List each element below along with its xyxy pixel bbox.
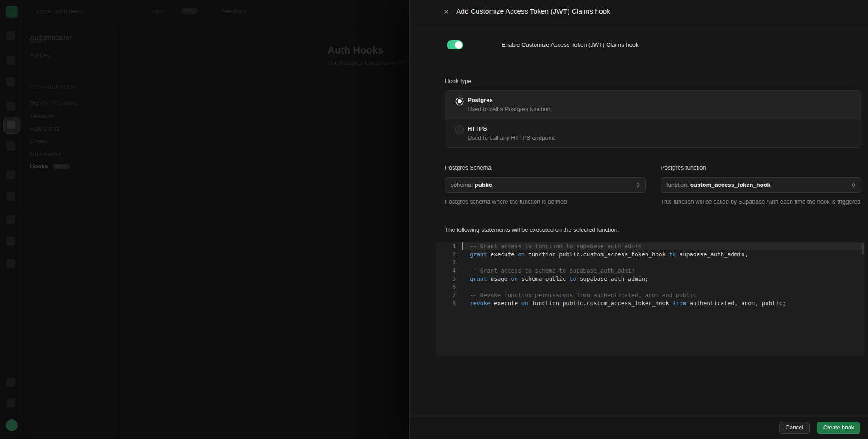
line-number: 4 [436, 267, 462, 275]
settings-icon[interactable] [6, 378, 15, 387]
code-line: 6 [436, 283, 865, 291]
line-content: grant usage on schema public to supabase… [462, 275, 865, 283]
line-content: grant execute on function public.custom_… [462, 250, 865, 259]
radio-option-desc: Used to call any HTTPS endpoint. [468, 134, 556, 141]
reports-icon[interactable] [6, 237, 15, 246]
schema-select[interactable]: schema: public [445, 177, 646, 193]
schema-select-value: public [475, 181, 492, 188]
panel-footer: Cancel Create hook [410, 416, 868, 439]
enable-hook-toggle[interactable] [447, 40, 463, 49]
function-helper-text: This function will be called by Supabase… [661, 198, 861, 205]
table-editor-icon[interactable] [6, 56, 15, 65]
app-root: acme / auth-demo main Free Feedback Auth… [0, 0, 868, 439]
code-line: 5grant usage on schema public to supabas… [436, 275, 865, 283]
function-select-prefix: function: [666, 181, 690, 188]
beta-badge: BETA [53, 164, 70, 169]
home-icon[interactable] [6, 31, 15, 40]
radio-option-name: HTTPS [468, 125, 487, 132]
line-number: 2 [436, 250, 462, 259]
project-breadcrumb[interactable]: acme / auth-demo [36, 8, 84, 15]
database-icon[interactable] [6, 102, 15, 111]
code-line: 4-- Grant access to schema to supabase_a… [436, 267, 865, 275]
schema-select-prefix: schema: [451, 181, 475, 188]
sidebar-item-emails[interactable]: Emails [30, 138, 48, 145]
sql-preview-editor[interactable]: 1-- Grant access to function to supabase… [436, 242, 865, 356]
shield-icon [7, 121, 15, 129]
line-number: 1 [436, 242, 462, 250]
radio-option-desc: Used to call a Postgres function. [468, 106, 552, 112]
sidebar-item-rate-limits[interactable]: Rate Limits [30, 125, 59, 132]
panel-header: ✕ Add Customize Access Token (JWT) Claim… [410, 0, 868, 24]
schema-helper-text: Postgres schema where the function is de… [445, 198, 646, 205]
cancel-button[interactable]: Cancel [779, 422, 810, 434]
panel-title: Add Customize Access Token (JWT) Claims … [456, 7, 610, 15]
storage-icon[interactable] [6, 141, 15, 151]
radio-selected-icon [458, 99, 462, 103]
radio-option-name: Postgres [468, 97, 493, 103]
page-title: Auth Hooks [328, 44, 383, 56]
radio-unselected-icon [458, 128, 462, 132]
sidebar-item-multi-factor[interactable]: Multi-Factor [30, 151, 61, 157]
line-number: 3 [436, 259, 462, 267]
line-content: -- Grant access to schema to supabase_au… [462, 267, 865, 275]
feedback-button[interactable]: Feedback [221, 8, 247, 15]
schema-field-label: Postgres Schema [445, 164, 492, 171]
statements-label: The following statements will be execute… [445, 226, 619, 233]
hook-type-label: Hook type [445, 78, 472, 84]
line-content: -- Grant access to function to supabase_… [462, 242, 865, 250]
radio-option-postgres[interactable]: Postgres Used to call a Postgres functio… [445, 91, 861, 119]
code-line: 2grant execute on function public.custom… [436, 250, 865, 259]
hook-type-radio-group: Postgres Used to call a Postgres functio… [445, 90, 861, 148]
advisors-icon[interactable] [6, 215, 15, 224]
code-line: 8revoke execute on function public.custo… [436, 299, 865, 307]
function-select-value: custom_access_token_hook [690, 181, 771, 188]
sidebar-item-users[interactable]: Users [30, 37, 45, 44]
add-hook-panel: ✕ Add Customize Access Token (JWT) Claim… [409, 0, 868, 439]
primary-icon-rail [0, 0, 22, 439]
editor-scrollbar-thumb[interactable] [862, 243, 864, 255]
edge-functions-icon[interactable] [6, 170, 15, 179]
sql-editor-icon[interactable] [6, 77, 15, 86]
line-content: -- Revoke function permissions from auth… [462, 291, 865, 299]
line-content [462, 283, 865, 291]
sidebar-item-sign-in-providers[interactable]: Sign In / Providers [30, 99, 78, 106]
authentication-icon[interactable] [3, 117, 20, 134]
enable-hook-label: Enable Customize Access Token (JWT) Clai… [502, 41, 638, 48]
sidebar-item-sessions[interactable]: Sessions [30, 112, 54, 119]
sidebar-section-configuration: CONFIGURATION [30, 84, 77, 90]
sidebar-item-hooks[interactable]: HooksBETA [30, 163, 70, 170]
toggle-knob [455, 41, 462, 49]
line-content [462, 259, 865, 267]
plan-badge: Free [181, 8, 198, 14]
line-number: 8 [436, 299, 462, 307]
user-avatar[interactable] [6, 419, 18, 431]
sidebar-item-policies[interactable]: Policies [30, 52, 50, 59]
line-number: 5 [436, 275, 462, 283]
function-field-label: Postgres function [661, 164, 706, 171]
chevron-up-down-icon [850, 182, 857, 188]
radio-option-https[interactable]: HTTPS Used to call any HTTPS endpoint. [445, 119, 861, 147]
create-hook-button[interactable]: Create hook [817, 422, 860, 434]
code-line: 3 [436, 259, 865, 267]
realtime-icon[interactable] [6, 192, 15, 201]
chevron-up-down-icon [635, 182, 641, 188]
line-number: 6 [436, 283, 462, 291]
help-icon[interactable] [6, 398, 15, 407]
branch-selector[interactable]: main [151, 8, 164, 15]
logs-icon[interactable] [6, 259, 15, 268]
code-line: 7-- Revoke function permissions from aut… [436, 291, 865, 299]
code-line: 1-- Grant access to function to supabase… [436, 242, 865, 250]
function-select[interactable]: function: custom_access_token_hook [661, 177, 861, 193]
line-number: 7 [436, 291, 462, 299]
line-content: revoke execute on function public.custom… [462, 299, 865, 307]
auth-sidebar: AuthenticationUsersPoliciesCONFIGURATION… [22, 22, 116, 439]
supabase-logo-icon[interactable] [6, 6, 18, 18]
close-icon[interactable]: ✕ [442, 7, 451, 16]
